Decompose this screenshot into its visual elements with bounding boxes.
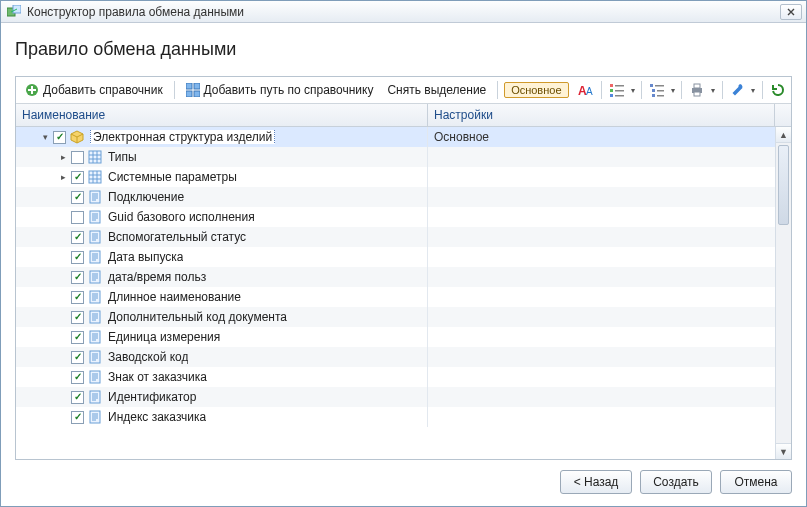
svg-rect-37 xyxy=(90,411,100,423)
chevron-down-icon[interactable]: ▾ xyxy=(751,80,756,100)
svg-rect-17 xyxy=(652,89,655,92)
checkbox[interactable] xyxy=(71,271,84,284)
svg-rect-28 xyxy=(90,231,100,243)
tree-row-label: дата/время польз xyxy=(106,270,206,284)
back-label: < Назад xyxy=(574,475,619,489)
expander-placeholder xyxy=(58,272,69,283)
tree-row-label: Системные параметры xyxy=(106,170,237,184)
checkbox[interactable] xyxy=(71,191,84,204)
main-badge[interactable]: Основное xyxy=(504,82,568,98)
tree-row-name-cell: Заводской код xyxy=(16,347,428,367)
tree-row[interactable]: Подключение xyxy=(16,187,775,207)
svg-rect-22 xyxy=(694,84,700,88)
main-panel: Добавить справочник Добавить путь по спр… xyxy=(15,76,792,460)
list-multicolor-icon[interactable] xyxy=(608,80,626,100)
wrench-icon[interactable] xyxy=(728,80,746,100)
tree-row-name-cell: Подключение xyxy=(16,187,428,207)
svg-rect-16 xyxy=(655,85,664,87)
close-button[interactable] xyxy=(780,4,802,20)
checkbox[interactable] xyxy=(71,311,84,324)
tree-row[interactable]: ▾Электронная структура изделийОсновное xyxy=(16,127,775,147)
checkbox[interactable] xyxy=(53,131,66,144)
expander-placeholder xyxy=(58,312,69,323)
checkbox[interactable] xyxy=(71,391,84,404)
add-path-button[interactable]: Добавить путь по справочнику xyxy=(181,80,379,100)
expand-icon[interactable]: ▸ xyxy=(58,172,69,183)
tree-row-settings-cell: Основное xyxy=(428,130,775,144)
font-icon[interactable]: AA xyxy=(577,80,595,100)
doc-icon xyxy=(88,210,102,224)
cancel-button[interactable]: Отмена xyxy=(720,470,792,494)
collapse-icon[interactable]: ▾ xyxy=(40,132,51,143)
app-icon xyxy=(7,5,21,19)
tree-row-label: Вспомогательный статус xyxy=(106,230,246,244)
checkbox[interactable] xyxy=(71,211,84,224)
tree-row[interactable]: Единица измерения xyxy=(16,327,775,347)
print-icon[interactable] xyxy=(688,80,706,100)
tree-row[interactable]: Вспомогательный статус xyxy=(16,227,775,247)
grid-body: ▾Электронная структура изделийОсновное▸Т… xyxy=(16,127,791,459)
svg-rect-14 xyxy=(615,95,624,97)
tree-row[interactable]: ▸Системные параметры xyxy=(16,167,775,187)
checkbox[interactable] xyxy=(71,251,84,264)
expander-placeholder xyxy=(58,212,69,223)
svg-rect-33 xyxy=(90,331,100,343)
svg-rect-31 xyxy=(90,291,100,303)
checkbox[interactable] xyxy=(71,331,84,344)
chevron-down-icon[interactable]: ▾ xyxy=(711,80,716,100)
separator xyxy=(762,81,763,99)
create-button[interactable]: Создать xyxy=(640,470,712,494)
tree-row-name-cell: дата/время польз xyxy=(16,267,428,287)
tree-row-name-cell: Дополнительный код документа xyxy=(16,307,428,327)
col-header-settings[interactable]: Настройки xyxy=(428,104,775,126)
svg-rect-18 xyxy=(657,90,664,92)
add-reference-label: Добавить справочник xyxy=(43,83,163,97)
separator xyxy=(681,81,682,99)
tree-row[interactable]: Длинное наименование xyxy=(16,287,775,307)
back-button[interactable]: < Назад xyxy=(560,470,632,494)
expander-placeholder xyxy=(58,372,69,383)
checkbox[interactable] xyxy=(71,151,84,164)
checkbox[interactable] xyxy=(71,411,84,424)
tree-row[interactable]: Идентификатор xyxy=(16,387,775,407)
tree-row[interactable]: Дополнительный код документа xyxy=(16,307,775,327)
checkbox[interactable] xyxy=(71,171,84,184)
tree-row[interactable]: ▸Типы xyxy=(16,147,775,167)
scroll-thumb[interactable] xyxy=(778,145,789,225)
vertical-scrollbar[interactable]: ▲ ▼ xyxy=(775,127,791,459)
col-header-name[interactable]: Наименование xyxy=(16,104,428,126)
checkbox[interactable] xyxy=(71,351,84,364)
scroll-down-arrow[interactable]: ▼ xyxy=(776,443,791,459)
svg-rect-27 xyxy=(90,211,100,223)
checkbox[interactable] xyxy=(71,231,84,244)
tree-row[interactable]: дата/время польз xyxy=(16,267,775,287)
grid-header: Наименование Настройки xyxy=(16,104,791,127)
tree-row[interactable]: Guid базового исполнения xyxy=(16,207,775,227)
separator xyxy=(174,81,175,99)
checkbox[interactable] xyxy=(71,371,84,384)
svg-rect-15 xyxy=(650,84,653,87)
tree-row[interactable]: Индекс заказчика xyxy=(16,407,775,427)
tree-row[interactable]: Знак от заказчика xyxy=(16,367,775,387)
tree-row-name-cell: Дата выпуска xyxy=(16,247,428,267)
svg-rect-13 xyxy=(610,94,613,97)
add-reference-button[interactable]: Добавить справочник xyxy=(20,80,168,100)
separator xyxy=(641,81,642,99)
svg-rect-32 xyxy=(90,311,100,323)
tree-row[interactable]: Заводской код xyxy=(16,347,775,367)
chevron-down-icon[interactable]: ▾ xyxy=(670,80,675,100)
list-tree-icon[interactable] xyxy=(648,80,666,100)
chevron-down-icon[interactable]: ▾ xyxy=(630,80,635,100)
checkbox[interactable] xyxy=(71,291,84,304)
refresh-icon[interactable] xyxy=(769,80,787,100)
svg-rect-3 xyxy=(186,83,192,89)
scroll-up-arrow[interactable]: ▲ xyxy=(776,127,791,143)
svg-rect-36 xyxy=(90,391,100,403)
expand-icon[interactable]: ▸ xyxy=(58,152,69,163)
scroll-track[interactable] xyxy=(776,143,791,443)
separator xyxy=(722,81,723,99)
deselect-button[interactable]: Снять выделение xyxy=(382,80,491,100)
doc-icon xyxy=(88,190,102,204)
tree-row-label: Заводской код xyxy=(106,350,188,364)
tree-row[interactable]: Дата выпуска xyxy=(16,247,775,267)
